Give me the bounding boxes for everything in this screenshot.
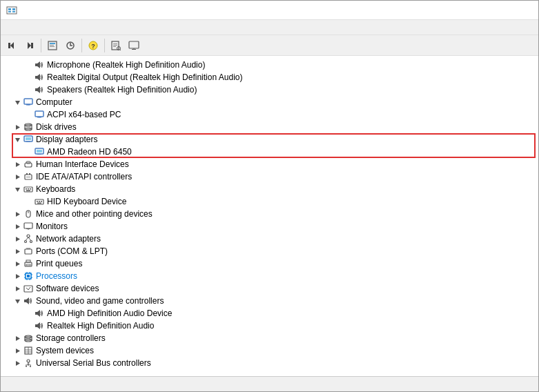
tree-item-usb[interactable]: Universal Serial Bus controllers bbox=[1, 357, 538, 369]
tree-item-sound[interactable]: Sound, video and game controllers bbox=[1, 295, 538, 307]
expander-network[interactable] bbox=[12, 233, 23, 244]
label-network: Network adapters bbox=[36, 234, 101, 244]
help-button[interactable]: ? bbox=[85, 37, 101, 54]
tree-item-keyboards[interactable]: Keyboards bbox=[1, 183, 538, 195]
properties-button[interactable] bbox=[44, 37, 61, 54]
icon-display-adapters bbox=[23, 134, 34, 145]
toolbar-sep-3 bbox=[104, 39, 105, 52]
icon-audio-output bbox=[34, 72, 45, 83]
tree-item-processors[interactable]: Processors bbox=[1, 270, 538, 282]
svg-rect-19 bbox=[113, 46, 116, 47]
minimize-button[interactable] bbox=[438, 1, 469, 20]
svg-marker-116 bbox=[16, 349, 20, 353]
expander-disk-drives[interactable] bbox=[12, 121, 23, 133]
tree-item-print[interactable]: Print queues bbox=[1, 257, 538, 270]
expander-processors[interactable] bbox=[12, 271, 23, 282]
tree-item-audio-output[interactable]: Realtek Digital Output (Realtek High Def… bbox=[1, 71, 538, 84]
expander-realtek-audio bbox=[23, 320, 34, 331]
tree-item-acpi[interactable]: ACPI x64-based PC bbox=[1, 108, 538, 121]
tree-item-ports[interactable]: Ports (COM & LPT) bbox=[1, 245, 538, 257]
device-tree[interactable]: Microphone (Realtek High Definition Audi… bbox=[1, 56, 538, 376]
expander-ports[interactable] bbox=[12, 246, 23, 257]
expander-sound[interactable] bbox=[12, 295, 23, 306]
back-button[interactable] bbox=[3, 37, 20, 54]
tree-item-ide[interactable]: IDE ATA/ATAPI controllers bbox=[1, 170, 538, 183]
svg-rect-8 bbox=[31, 43, 33, 48]
expander-keyboards[interactable] bbox=[12, 184, 23, 195]
menu-view[interactable] bbox=[26, 26, 37, 29]
svg-rect-2 bbox=[12, 8, 15, 10]
expander-display-adapters[interactable] bbox=[12, 134, 23, 145]
svg-marker-107 bbox=[26, 297, 29, 304]
svg-rect-6 bbox=[8, 43, 10, 48]
display-button[interactable] bbox=[126, 37, 142, 54]
expander-storage[interactable] bbox=[12, 333, 23, 344]
expander-computer[interactable] bbox=[12, 97, 23, 108]
tree-item-system-devices[interactable]: System devices bbox=[1, 344, 538, 357]
forward-button[interactable] bbox=[21, 37, 38, 54]
tree-item-disk-drives[interactable]: Disk drives bbox=[1, 121, 538, 133]
icon-hid-keyboard bbox=[34, 196, 45, 207]
label-usb: Universal Serial Bus controllers bbox=[36, 358, 151, 368]
icon-realtek-audio bbox=[34, 320, 45, 331]
label-hid: Human Interface Devices bbox=[36, 159, 129, 169]
icon-print bbox=[23, 258, 34, 269]
tree-item-amd-audio[interactable]: AMD High Definition Audio Device bbox=[1, 307, 538, 320]
svg-marker-26 bbox=[37, 61, 40, 68]
tree-item-amd-radeon[interactable]: AMD Radeon HD 6450 bbox=[1, 146, 538, 158]
svg-marker-7 bbox=[28, 42, 31, 49]
expander-system-devices[interactable] bbox=[12, 345, 23, 356]
expander-amd-radeon bbox=[23, 146, 34, 157]
expander-ide[interactable] bbox=[12, 171, 23, 182]
svg-marker-105 bbox=[15, 300, 20, 304]
svg-rect-92 bbox=[27, 275, 30, 277]
scan-button[interactable] bbox=[108, 37, 124, 54]
expander-print[interactable] bbox=[12, 258, 23, 269]
maximize-button[interactable] bbox=[469, 1, 501, 20]
svg-rect-73 bbox=[26, 228, 30, 229]
update-driver-button[interactable] bbox=[62, 37, 79, 54]
expander-mice[interactable] bbox=[12, 208, 23, 219]
toolbar: ? bbox=[1, 35, 538, 56]
icon-audio-speakers bbox=[34, 84, 45, 95]
svg-text:?: ? bbox=[91, 43, 95, 50]
tree-item-network[interactable]: Network adapters bbox=[1, 233, 538, 245]
expander-hid[interactable] bbox=[12, 159, 23, 170]
device-manager-window: ? Microphone (Realtek High D bbox=[0, 0, 539, 392]
svg-point-77 bbox=[25, 241, 27, 243]
svg-marker-38 bbox=[16, 125, 20, 130]
expander-monitors[interactable] bbox=[12, 221, 23, 232]
tree-item-hid[interactable]: Human Interface Devices bbox=[1, 158, 538, 170]
close-button[interactable] bbox=[501, 1, 533, 20]
tree-item-mice[interactable]: Mice and other pointing devices bbox=[1, 208, 538, 220]
expander-software-devices[interactable] bbox=[12, 283, 23, 294]
icon-monitors bbox=[23, 221, 34, 232]
tree-item-computer[interactable]: Computer bbox=[1, 96, 538, 108]
menu-action[interactable] bbox=[14, 26, 26, 29]
label-sound: Sound, video and game controllers bbox=[36, 296, 164, 306]
svg-point-128 bbox=[30, 366, 31, 367]
tree-item-display-adapters[interactable]: Display adapters bbox=[1, 133, 538, 146]
tree-item-storage[interactable]: Storage controllers bbox=[1, 332, 538, 344]
svg-rect-11 bbox=[50, 45, 54, 46]
svg-rect-56 bbox=[26, 177, 30, 177]
tree-item-hid-keyboard[interactable]: HID Keyboard Device bbox=[1, 195, 538, 208]
tree-item-audio-microphone[interactable]: Microphone (Realtek High Definition Audi… bbox=[1, 59, 538, 71]
svg-marker-30 bbox=[37, 86, 40, 93]
icon-amd-radeon bbox=[34, 146, 45, 157]
tree-item-audio-speakers[interactable]: Speakers (Realtek High Definition Audio) bbox=[1, 84, 538, 96]
menu-help[interactable] bbox=[37, 26, 48, 29]
label-print: Print queues bbox=[36, 259, 82, 268]
tree-item-realtek-audio[interactable]: Realtek High Definition Audio bbox=[1, 320, 538, 332]
status-bar bbox=[1, 376, 538, 391]
tree-item-monitors[interactable]: Monitors bbox=[1, 220, 538, 233]
menu-file[interactable] bbox=[3, 26, 14, 29]
expander-audio-microphone bbox=[23, 59, 34, 70]
svg-marker-90 bbox=[16, 274, 20, 279]
svg-rect-1 bbox=[8, 8, 11, 10]
svg-rect-18 bbox=[113, 45, 117, 46]
icon-ide bbox=[23, 171, 34, 182]
svg-rect-59 bbox=[26, 188, 27, 190]
tree-item-software-devices[interactable]: Software devices bbox=[1, 282, 538, 295]
expander-usb[interactable] bbox=[12, 357, 23, 369]
